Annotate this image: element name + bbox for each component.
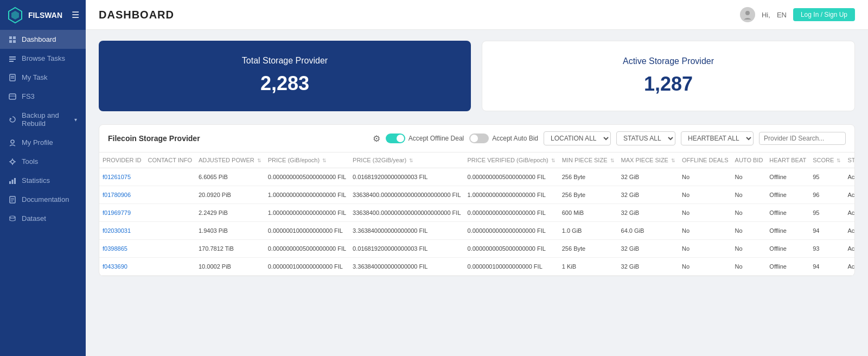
table-row: f02030031 1.9403 PiB 0.00000010000000000… bbox=[99, 222, 854, 240]
sidebar-item-dashboard[interactable]: Dashboard bbox=[0, 30, 86, 49]
cell-provider-id[interactable]: f02030031 bbox=[99, 222, 145, 240]
cell-contact bbox=[145, 186, 195, 204]
browse-tasks-icon bbox=[9, 55, 16, 62]
table-row: f01261075 6.6065 PiB 0.00000000050000000… bbox=[99, 168, 854, 186]
stats-row: Total Storage Provider 2,283 Active Stor… bbox=[99, 41, 855, 111]
cell-provider-id[interactable]: f01969779 bbox=[99, 204, 145, 222]
table-row: f0398865 170.7812 TiB 0.0000000005000000… bbox=[99, 240, 854, 258]
offline-deal-toggle[interactable] bbox=[386, 134, 405, 143]
cell-price-year: 33638400.000000000000000000000 FIL bbox=[349, 204, 464, 222]
cell-status: Active bbox=[844, 168, 854, 186]
sidebar-item-statistics[interactable]: Statistics bbox=[0, 171, 86, 190]
profile-icon bbox=[9, 139, 16, 147]
offline-deal-label: Accept Offline Deal bbox=[409, 135, 464, 142]
settings-icon[interactable]: ⚙ bbox=[373, 134, 380, 144]
cell-offline: No bbox=[679, 186, 732, 204]
sidebar-item-my-profile[interactable]: My Profile bbox=[0, 133, 86, 152]
sidebar-item-tools[interactable]: Tools bbox=[0, 152, 86, 171]
location-filter[interactable]: LOCATION ALL bbox=[544, 131, 611, 145]
menu-toggle-icon[interactable]: ☰ bbox=[72, 10, 79, 20]
cell-score: 94 bbox=[809, 222, 844, 240]
col-min-piece: MIN PIECE SIZE ⇅ bbox=[559, 152, 618, 168]
col-heartbeat: HEART BEAT bbox=[766, 152, 809, 168]
status-filter[interactable]: STATUS ALL bbox=[616, 131, 675, 145]
cell-min-piece: 256 Byte bbox=[559, 168, 618, 186]
auto-bid-toggle-group: Accept Auto Bid bbox=[469, 134, 538, 143]
cell-power: 20.0920 PiB bbox=[195, 186, 265, 204]
cell-price-verified: 0.0000000005000000000 FIL bbox=[464, 240, 559, 258]
statistics-icon bbox=[9, 177, 16, 185]
cell-status: Active bbox=[844, 222, 854, 240]
cell-offline: No bbox=[679, 258, 732, 276]
logo-text: FILSWAN bbox=[28, 11, 62, 20]
cell-price-year: 0.016819200000000003 FIL bbox=[349, 240, 464, 258]
cell-provider-id[interactable]: f01780906 bbox=[99, 186, 145, 204]
sidebar-item-backup-rebuild[interactable]: Backup and Rebuild ▾ bbox=[0, 106, 86, 133]
sidebar-item-browse-tasks[interactable]: Browse Tasks bbox=[0, 49, 86, 68]
svg-point-29 bbox=[745, 11, 750, 15]
col-contact: CONTACT INFO bbox=[145, 152, 195, 168]
cell-provider-id[interactable]: f01261075 bbox=[99, 168, 145, 186]
cell-heartbeat: Offline bbox=[766, 168, 809, 186]
cell-max-piece: 32 GiB bbox=[618, 204, 679, 222]
cell-min-piece: 256 Byte bbox=[559, 186, 618, 204]
auto-bid-toggle[interactable] bbox=[469, 134, 489, 143]
col-provider-id: PROVIDER ID bbox=[99, 152, 145, 168]
cell-min-piece: 600 MiB bbox=[559, 204, 618, 222]
cell-heartbeat: Offline bbox=[766, 222, 809, 240]
active-storage-label: Active Storage Provider bbox=[623, 56, 714, 66]
cell-power: 170.7812 TiB bbox=[195, 240, 265, 258]
cell-price-year: 0.016819200000000003 FIL bbox=[349, 168, 464, 186]
filswan-logo bbox=[7, 7, 24, 24]
cell-max-piece: 32 GiB bbox=[618, 258, 679, 276]
table-row: f0433690 10.0002 PiB 0.00000010000000000… bbox=[99, 258, 854, 276]
topbar: DASHBOARD Hi, EN Log In / Sign Up bbox=[86, 0, 868, 30]
dataset-icon bbox=[9, 215, 16, 223]
sidebar-item-my-task[interactable]: My Task bbox=[0, 68, 86, 87]
sidebar: FILSWAN ☰ Dashboard Browse Tasks My Task… bbox=[0, 0, 86, 356]
cell-min-piece: 1 KiB bbox=[559, 258, 618, 276]
col-price-year: PRICE (32GiB/year) ⇅ bbox=[349, 152, 464, 168]
svg-rect-12 bbox=[9, 94, 16, 99]
cell-provider-id[interactable]: f0433690 bbox=[99, 258, 145, 276]
table-header: Filecoin Storage Provider ⚙ Accept Offli… bbox=[99, 125, 854, 152]
cell-heartbeat: Offline bbox=[766, 204, 809, 222]
cell-price-verified: 0.0000000000000000000 FIL bbox=[464, 222, 559, 240]
svg-rect-2 bbox=[9, 36, 12, 39]
cell-heartbeat: Offline bbox=[766, 258, 809, 276]
cell-score: 93 bbox=[809, 240, 844, 258]
cell-provider-id[interactable]: f0398865 bbox=[99, 240, 145, 258]
cell-price-epoch: 0.0000000005000000000 FIL bbox=[265, 168, 349, 186]
auto-bid-label: Accept Auto Bid bbox=[492, 135, 538, 142]
providers-table: PROVIDER ID CONTACT INFO ADJUSTED POWER … bbox=[99, 152, 854, 276]
language-selector[interactable]: EN bbox=[777, 11, 787, 19]
cell-auto-bid: No bbox=[732, 186, 767, 204]
cell-status: Active bbox=[844, 258, 854, 276]
login-button[interactable]: Log In / Sign Up bbox=[793, 8, 855, 21]
table-section: Filecoin Storage Provider ⚙ Accept Offli… bbox=[99, 124, 855, 276]
sidebar-item-dataset[interactable]: Dataset bbox=[0, 209, 86, 228]
active-storage-value: 1,287 bbox=[644, 73, 693, 96]
cell-price-year: 3.363840000000000000 FIL bbox=[349, 222, 464, 240]
svg-rect-6 bbox=[9, 56, 16, 58]
cell-min-piece: 256 Byte bbox=[559, 240, 618, 258]
svg-rect-22 bbox=[12, 180, 14, 184]
svg-rect-4 bbox=[9, 40, 12, 43]
svg-point-16 bbox=[11, 160, 14, 163]
avatar bbox=[740, 7, 755, 22]
cell-auto-bid: No bbox=[732, 168, 767, 186]
col-auto-bid: AUTO BID bbox=[732, 152, 767, 168]
sidebar-item-documentation[interactable]: Documentation bbox=[0, 190, 86, 209]
cell-contact bbox=[145, 168, 195, 186]
offline-deal-toggle-group: Accept Offline Deal bbox=[386, 134, 464, 143]
cell-offline: No bbox=[679, 204, 732, 222]
sidebar-item-fs3[interactable]: FS3 bbox=[0, 87, 86, 106]
search-input[interactable] bbox=[759, 132, 846, 145]
table-row: f01969779 2.2429 PiB 1.00000000000000000… bbox=[99, 204, 854, 222]
cell-score: 94 bbox=[809, 258, 844, 276]
cell-auto-bid: No bbox=[732, 258, 767, 276]
svg-rect-7 bbox=[9, 59, 16, 60]
my-task-icon bbox=[9, 74, 16, 81]
col-score: SCORE ⇅ bbox=[809, 152, 844, 168]
heartbeat-filter[interactable]: HEARTBEAT ALL bbox=[681, 131, 754, 145]
